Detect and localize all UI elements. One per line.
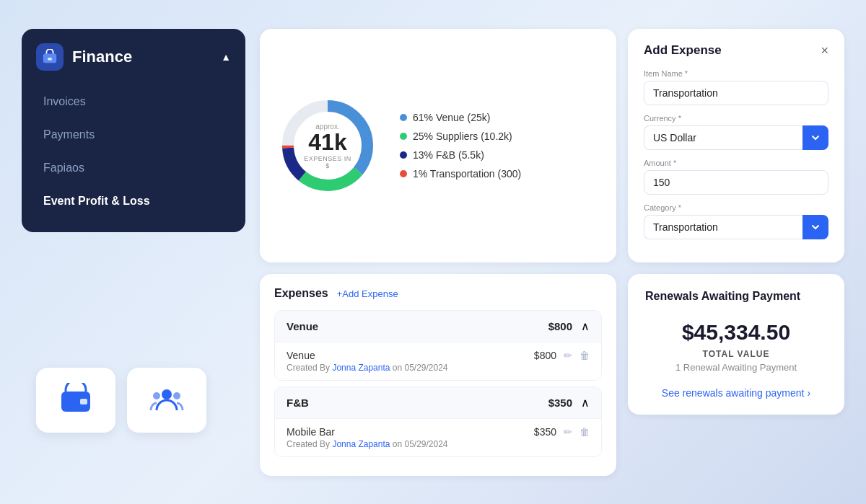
amount-input[interactable] [644, 170, 828, 195]
item-name-label: Item Name * [644, 69, 828, 78]
venue-row-right: $800 ✏ 🗑 [534, 350, 590, 361]
venue-group-right: $800 ∧ [548, 319, 590, 333]
chart-legend: 61% Venue (25k) 25% Suppliers (10.2k) 13… [400, 112, 521, 180]
svg-point-11 [173, 392, 180, 399]
sidebar-item-fapiaos[interactable]: Fapiaos [36, 151, 231, 185]
venue-group-amount: $800 [548, 320, 572, 332]
delete-icon[interactable]: 🗑 [579, 350, 590, 361]
renewals-title: Renewals Awaiting Payment [645, 290, 827, 303]
add-expense-header: Add Expense × [644, 43, 828, 58]
team-card[interactable] [127, 368, 206, 433]
category-dropdown-btn[interactable] [802, 215, 828, 239]
venue-group-header[interactable]: Venue $800 ∧ [275, 311, 601, 342]
legend-item-fb: 13% F&B (5.5k) [400, 149, 521, 161]
fb-chevron-icon: ∧ [581, 396, 590, 410]
legend-dot-transport [400, 170, 407, 177]
donut-label: approx. 41k EXPENSES IN $ [302, 123, 353, 169]
donut-sub: EXPENSES IN $ [302, 155, 353, 169]
fb-edit-icon[interactable]: ✏ [564, 426, 572, 438]
bottom-icons [36, 368, 206, 433]
venue-row-name: Venue [287, 350, 448, 361]
venue-row-meta: Created By Jonna Zapanta on 05/29/2024 [287, 363, 448, 373]
content-area: approx. 41k EXPENSES IN $ 61% Venue (25k… [260, 29, 844, 476]
donut-value: 41k [302, 131, 353, 154]
expenses-header: Expenses +Add Expense [274, 287, 602, 300]
amount-group: Amount * [644, 159, 828, 195]
fb-creator-link[interactable]: Jonna Zapanta [332, 439, 392, 449]
expenses-title: Expenses [274, 287, 328, 300]
venue-creator-link[interactable]: Jonna Zapanta [332, 363, 392, 373]
fb-group-name: F&B [287, 397, 309, 409]
fb-delete-icon[interactable]: 🗑 [579, 426, 590, 438]
sidebar: Finance ▲ Invoices Payments Fapiaos Even… [22, 29, 245, 232]
venue-chevron-icon: ∧ [581, 319, 590, 333]
legend-item-venue: 61% Venue (25k) [400, 112, 521, 123]
venue-row-info: Venue Created By Jonna Zapanta on 05/29/… [287, 350, 448, 373]
legend-dot-suppliers [400, 133, 407, 140]
sidebar-header-left: Finance [36, 43, 132, 71]
fb-row-info: Mobile Bar Created By Jonna Zapanta on 0… [287, 426, 448, 449]
renewals-link[interactable]: See renewals awaiting payment › [645, 387, 827, 399]
item-name-input[interactable] [644, 81, 828, 105]
top-row: approx. 41k EXPENSES IN $ 61% Venue (25k… [260, 29, 844, 262]
legend-dot-fb [400, 151, 407, 159]
add-expense-title: Add Expense [644, 43, 722, 58]
currency-label: Currency * [644, 114, 828, 123]
chart-card: approx. 41k EXPENSES IN $ 61% Venue (25k… [260, 29, 616, 262]
sidebar-item-invoices[interactable]: Invoices [36, 85, 231, 118]
category-group: Category * Transportation [644, 203, 828, 239]
venue-row-amount: $800 [534, 350, 556, 361]
amount-label: Amount * [644, 159, 828, 167]
currency-select[interactable]: US Dollar [644, 125, 802, 150]
sidebar-chevron: ▲ [221, 51, 231, 63]
fb-group-right: $350 ∧ [548, 396, 590, 410]
sidebar-item-event-profit-loss[interactable]: Event Profit & Loss [36, 185, 231, 218]
add-expense-card: Add Expense × Item Name * Currency * US … [628, 29, 844, 262]
expense-row-fb: Mobile Bar Created By Jonna Zapanta on 0… [275, 418, 601, 456]
fb-row-meta: Created By Jonna Zapanta on 05/29/2024 [287, 439, 448, 449]
svg-point-9 [162, 389, 172, 399]
svg-rect-1 [48, 58, 52, 61]
legend-item-suppliers: 25% Suppliers (10.2k) [400, 131, 521, 142]
venue-group-name: Venue [287, 320, 318, 332]
renewals-amount: $45,334.50 [645, 320, 827, 345]
add-expense-link[interactable]: +Add Expense [337, 288, 398, 299]
legend-item-transport: 1% Transportation (300) [400, 168, 521, 180]
wallet-card[interactable] [36, 368, 115, 433]
fb-row-name: Mobile Bar [287, 426, 448, 438]
donut-chart: approx. 41k EXPENSES IN $ [277, 95, 378, 196]
expenses-card: Expenses +Add Expense Venue $800 ∧ V [260, 274, 616, 476]
renewals-label: TOTAL VALUE [645, 349, 827, 359]
sidebar-title: Finance [72, 48, 132, 66]
edit-icon[interactable]: ✏ [564, 350, 572, 361]
expense-row-venue: Venue Created By Jonna Zapanta on 05/29/… [275, 342, 601, 380]
legend-dot-venue [400, 114, 407, 121]
fb-group-header[interactable]: F&B $350 ∧ [275, 387, 601, 418]
expense-group-fb: F&B $350 ∧ Mobile Bar Created By Jonna Z… [274, 386, 602, 457]
fb-group-amount: $350 [548, 397, 572, 409]
svg-rect-8 [80, 399, 87, 404]
renewals-sub: 1 Renewal Awaiting Payment [645, 362, 827, 373]
currency-dropdown-btn[interactable] [802, 125, 828, 150]
sidebar-item-payments[interactable]: Payments [36, 118, 231, 151]
sidebar-header: Finance ▲ [22, 43, 245, 85]
fb-row-amount: $350 [534, 426, 556, 438]
close-button[interactable]: × [821, 44, 828, 57]
currency-select-wrap: US Dollar [644, 125, 828, 150]
category-select[interactable]: Transportation [644, 215, 802, 239]
category-select-wrap: Transportation [644, 215, 828, 239]
finance-icon [36, 43, 64, 71]
fb-row-right: $350 ✏ 🗑 [534, 426, 590, 438]
sidebar-nav: Invoices Payments Fapiaos Event Profit &… [22, 85, 245, 218]
svg-point-10 [153, 392, 160, 399]
bottom-row: Expenses +Add Expense Venue $800 ∧ V [260, 274, 844, 476]
currency-group: Currency * US Dollar [644, 114, 828, 150]
item-name-group: Item Name * [644, 69, 828, 105]
category-label: Category * [644, 203, 828, 212]
expense-group-venue: Venue $800 ∧ Venue Created By Jonna Zapa… [274, 310, 602, 381]
renewals-chevron-icon: › [808, 387, 811, 399]
renewals-card: Renewals Awaiting Payment $45,334.50 TOT… [628, 274, 844, 415]
